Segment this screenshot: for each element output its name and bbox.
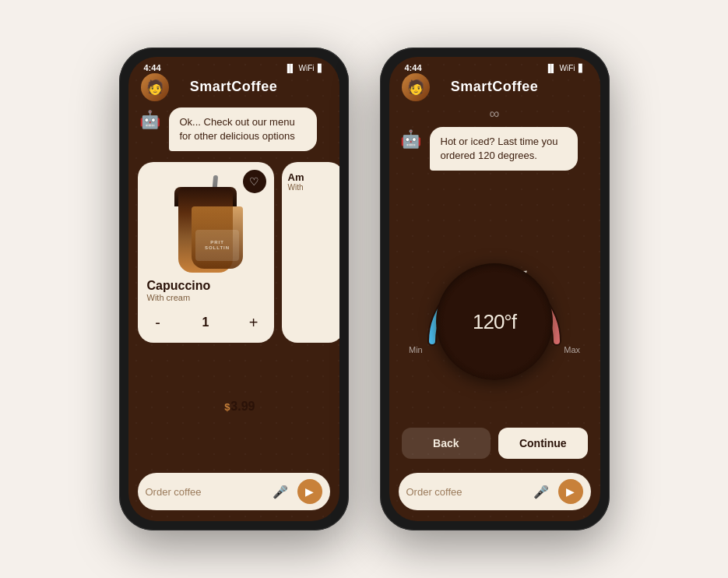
input-placeholder-1[interactable]: Order coffee xyxy=(146,486,263,498)
price-amount: 3.99 xyxy=(230,400,255,414)
price-dollar: $ xyxy=(224,401,230,413)
bot-message-1: 🤖 Ok... Check out our menu for other del… xyxy=(138,107,330,151)
bot-avatar-1: 🤖 xyxy=(138,107,163,132)
send-icon-2: ▶ xyxy=(566,485,575,498)
screen-2: 4:44 ▐▌ WiFi ▋ 🧑 SmartCoffee ∞ 🤖 Ho xyxy=(389,57,600,521)
infinity-icon: ∞ xyxy=(490,106,500,122)
battery-icon: ▋ xyxy=(318,64,324,72)
continue-button[interactable]: Continue xyxy=(498,428,588,459)
cup-label-text-2: SOLLTIN xyxy=(205,245,230,252)
infinity-bar: ∞ xyxy=(389,101,600,127)
app-title-2: SmartCoffee xyxy=(451,79,539,95)
price-row: $ 3.99 xyxy=(224,400,255,414)
action-buttons: Back Continue xyxy=(389,428,600,467)
mic-icon-2: 🎤 xyxy=(533,485,549,499)
phone-1: 4:44 ▐▌ WiFi ▋ 🧑 SmartCoffee 🤖 Ok... Che… xyxy=(119,48,349,530)
wifi-icon: WiFi xyxy=(299,64,315,72)
cup-body: PRIT SOLLTIN xyxy=(178,187,233,273)
status-time-2: 4:44 xyxy=(405,63,422,72)
wifi-icon-2: WiFi xyxy=(560,64,575,72)
heart-icon: ♡ xyxy=(249,175,259,188)
message-bubble-2: Hot or iced? Last time you ordered 120 d… xyxy=(430,127,578,171)
mic-button-2[interactable]: 🎤 xyxy=(530,481,552,502)
status-icons-1: ▐▌ WiFi ▋ xyxy=(284,64,323,72)
phone-2: 4:44 ▐▌ WiFi ▋ 🧑 SmartCoffee ∞ 🤖 Ho xyxy=(380,48,610,530)
cup-label-text-1: PRIT xyxy=(210,240,224,246)
screen-1: 4:44 ▐▌ WiFi ▋ 🧑 SmartCoffee 🤖 Ok... Che… xyxy=(128,57,339,521)
product-card-main: ♡ PRIT xyxy=(138,162,274,343)
product-name: Capuccino xyxy=(147,279,211,293)
bottom-input-area-2: Order coffee 🎤 ▶ xyxy=(389,467,600,521)
input-row-2: Order coffee 🎤 ▶ xyxy=(399,473,591,510)
input-row-1: Order coffee 🎤 ▶ xyxy=(138,473,330,510)
mic-icon-1: 🎤 xyxy=(273,485,288,499)
user-avatar-2: 🧑 xyxy=(402,73,430,101)
app-title-1: SmartCoffee xyxy=(190,79,278,95)
temperature-value: 120°f xyxy=(473,310,516,334)
chat-area-1: 🤖 Ok... Check out our menu for other del… xyxy=(128,101,339,467)
user-avatar-1: 🧑 xyxy=(141,73,169,101)
cards-row: ♡ PRIT xyxy=(138,159,330,346)
gauge-inner: 120°f xyxy=(436,263,553,380)
signal-icon-2: ▐▌ xyxy=(545,64,556,72)
message-bubble-1: Ok... Check out our menu for other delic… xyxy=(169,107,317,151)
app-header-1: 🧑 SmartCoffee xyxy=(128,76,339,101)
gauge-wrapper: 120°f xyxy=(417,252,572,353)
secondary-card-name: Am xyxy=(288,171,338,183)
bot-message-2: 🤖 Hot or iced? Last time you ordered 120… xyxy=(399,127,591,171)
app-header-2: 🧑 SmartCoffee xyxy=(389,76,600,101)
mic-button-1[interactable]: 🎤 xyxy=(269,481,291,502)
coffee-cup-image: PRIT SOLLTIN xyxy=(167,171,244,273)
product-description: With cream xyxy=(147,293,191,302)
temperature-gauge: 120°f Min Max xyxy=(389,178,600,428)
quantity-plus-button[interactable]: + xyxy=(243,312,265,333)
status-time-1: 4:44 xyxy=(144,63,161,72)
heart-button[interactable]: ♡ xyxy=(243,170,266,193)
bottom-input-area-1: Order coffee 🎤 ▶ xyxy=(128,467,339,521)
status-icons-2: ▐▌ WiFi ▋ xyxy=(545,64,584,72)
quantity-minus-button[interactable]: - xyxy=(147,312,169,333)
quantity-value: 1 xyxy=(202,315,209,330)
send-button-1[interactable]: ▶ xyxy=(297,479,322,504)
send-icon-1: ▶ xyxy=(305,485,314,498)
back-button[interactable]: Back xyxy=(402,428,491,459)
secondary-card-desc: With xyxy=(288,183,338,192)
status-bar-1: 4:44 ▐▌ WiFi ▋ xyxy=(128,57,339,76)
bot-avatar-2: 🤖 xyxy=(399,127,424,152)
battery-icon-2: ▋ xyxy=(579,64,585,72)
send-button-2[interactable]: ▶ xyxy=(558,479,583,504)
quantity-row: - 1 + xyxy=(147,312,265,333)
input-placeholder-2[interactable]: Order coffee xyxy=(406,486,524,498)
product-card-secondary: Am With xyxy=(282,162,339,343)
signal-icon: ▐▌ xyxy=(284,64,295,72)
status-bar-2: 4:44 ▐▌ WiFi ▋ xyxy=(389,57,600,76)
cup-label: PRIT SOLLTIN xyxy=(195,230,239,261)
